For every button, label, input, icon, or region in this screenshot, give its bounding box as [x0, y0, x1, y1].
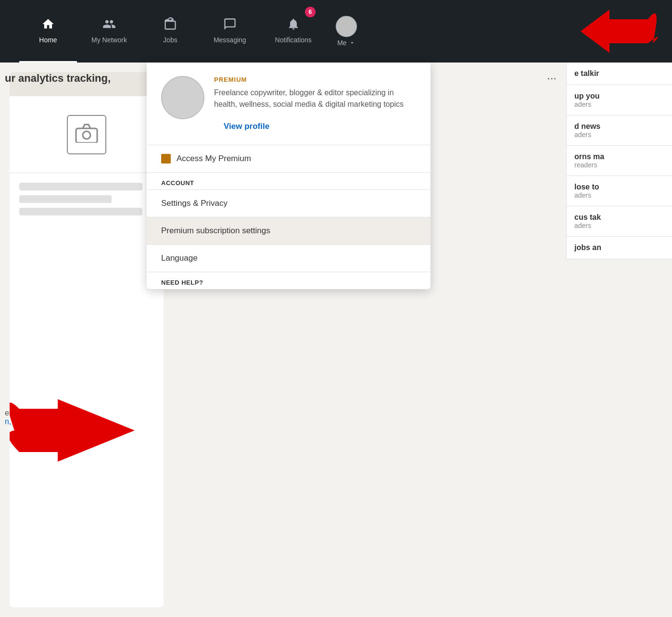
- home-icon: [41, 17, 55, 34]
- rst-label-3: orns ma: [574, 152, 664, 161]
- rst-item-1: up you aders: [567, 85, 672, 115]
- rst-label-4: lose to: [574, 183, 664, 191]
- premium-badge: PREMIUM: [214, 76, 416, 83]
- account-section: ACCOUNT: [147, 173, 431, 190]
- language-section: Language: [147, 245, 431, 272]
- skeleton-line: [19, 208, 142, 215]
- rst-sub-1: aders: [574, 101, 664, 108]
- nav-item-my-network[interactable]: My Network: [77, 0, 141, 63]
- skeleton-line: [19, 195, 112, 203]
- jobs-label: Jobs: [163, 36, 178, 44]
- nav-item-jobs[interactable]: Jobs: [141, 0, 199, 63]
- messaging-label: Messaging: [214, 36, 246, 44]
- svg-marker-2: [581, 10, 648, 53]
- skeleton-line: [19, 183, 142, 190]
- rst-label-6: jobs an: [574, 243, 664, 252]
- need-help-label: NEED HELP?: [147, 272, 431, 289]
- premium-subscription-label: Premium subscription settings: [161, 226, 270, 236]
- arrow-bottom-left: [10, 394, 144, 473]
- right-side-panel: e talkir up you aders d news aders orns …: [566, 63, 672, 259]
- me-dropdown-menu: PREMIUM Freelance copywriter, blogger & …: [147, 63, 431, 290]
- me-avatar: [336, 16, 357, 37]
- rst-item-5: cus tak aders: [567, 206, 672, 237]
- rst-sub-3: readers: [574, 161, 664, 169]
- nav-items: Home My Network Jobs Messaging 6 N: [19, 0, 367, 63]
- language-label: Language: [161, 253, 198, 263]
- three-dots-menu[interactable]: ···: [547, 71, 557, 85]
- settings-privacy-section: Settings & Privacy: [147, 190, 431, 217]
- view-profile-button[interactable]: View profile: [214, 118, 279, 135]
- camera-section: [10, 96, 164, 173]
- nav-item-me[interactable]: Me: [326, 0, 367, 63]
- access-premium-item[interactable]: Access My Premium: [147, 145, 431, 172]
- access-premium-section: Access My Premium: [147, 145, 431, 173]
- nav-item-messaging[interactable]: Messaging: [199, 0, 261, 63]
- camera-icon: [67, 115, 106, 154]
- access-premium-label: Access My Premium: [177, 154, 251, 164]
- rst-item-2: d news aders: [567, 115, 672, 146]
- rst-label-5: cus tak: [574, 213, 664, 222]
- language-item[interactable]: Language: [147, 245, 431, 272]
- messaging-icon: [223, 17, 237, 34]
- nav-item-home[interactable]: Home: [19, 0, 77, 63]
- svg-marker-3: [19, 399, 135, 462]
- rst-sub-4: aders: [574, 191, 664, 199]
- rst-sub-2: aders: [574, 131, 664, 139]
- nav-item-notifications[interactable]: 6 Notifications: [261, 0, 326, 63]
- partial-text-analytics: ur analytics tracking,: [5, 72, 111, 85]
- my-network-icon: [102, 17, 116, 34]
- rst-item-6: jobs an: [567, 237, 672, 259]
- notifications-label: Notifications: [275, 36, 312, 44]
- premium-subscription-section: Premium subscription settings: [147, 217, 431, 245]
- profile-description: Freelance copywriter, blogger & editor s…: [214, 87, 416, 110]
- notifications-icon: [287, 17, 300, 34]
- my-network-label: My Network: [91, 36, 127, 44]
- rst-label-1: up you: [574, 92, 664, 101]
- dropdown-profile-section: PREMIUM Freelance copywriter, blogger & …: [147, 63, 431, 145]
- need-help-section: NEED HELP?: [147, 272, 431, 290]
- account-section-label: ACCOUNT: [147, 173, 431, 189]
- me-label: Me: [337, 39, 355, 47]
- profile-info: PREMIUM Freelance copywriter, blogger & …: [214, 76, 416, 135]
- home-label: Home: [39, 36, 57, 44]
- jobs-icon: [164, 17, 177, 34]
- notification-badge: 6: [305, 7, 316, 17]
- left-lines: [10, 173, 164, 225]
- profile-avatar: [161, 76, 204, 119]
- rst-sub-5: aders: [574, 222, 664, 229]
- rst-item-3: orns ma readers: [567, 146, 672, 176]
- premium-icon: [161, 154, 171, 164]
- left-panel: [10, 72, 164, 607]
- settings-privacy-label: Settings & Privacy: [161, 199, 228, 208]
- rst-label-2: d news: [574, 122, 664, 131]
- rst-item-4: lose to aders: [567, 176, 672, 206]
- svg-point-1: [83, 131, 90, 139]
- premium-subscription-item[interactable]: Premium subscription settings: [147, 217, 431, 244]
- settings-privacy-item[interactable]: Settings & Privacy: [147, 190, 431, 217]
- arrow-top-right: [571, 5, 658, 84]
